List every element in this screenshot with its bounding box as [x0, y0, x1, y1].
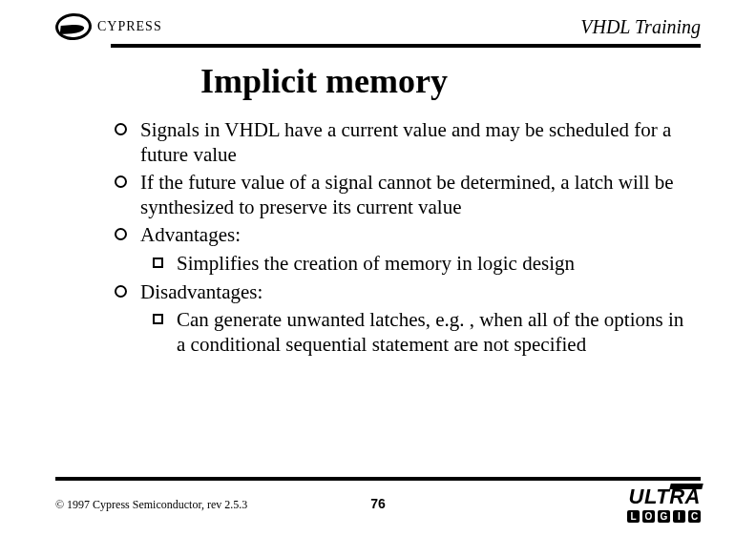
slide-title: Implicit memory	[200, 61, 756, 101]
header-title: VHDL Training	[580, 16, 701, 40]
bullet-text: If the future value of a signal cannot b…	[140, 171, 689, 219]
logic-letter: G	[658, 510, 670, 523]
bullet-text: Signals in VHDL have a current value and…	[140, 118, 689, 167]
sub-bullet-text: Simplifies the creation of memory in log…	[177, 252, 575, 277]
slide-header: CYPRESS VHDL Training	[0, 0, 756, 40]
bullet-circle-icon	[115, 285, 127, 298]
cypress-logo-icon	[54, 12, 93, 42]
bullet-item: If the future value of a signal cannot b…	[115, 171, 689, 219]
bullet-circle-icon	[115, 123, 127, 135]
logic-letter: O	[642, 510, 655, 523]
bullet-item: Disadvantages:	[115, 280, 689, 305]
copyright-text: © 1997 Cypress Semiconductor, rev 2.5.3	[55, 498, 247, 512]
cypress-logo: CYPRESS	[55, 13, 162, 40]
header-rule	[111, 44, 701, 48]
slide-footer: © 1997 Cypress Semiconductor, rev 2.5.3 …	[0, 477, 756, 523]
logic-letter: C	[688, 510, 701, 523]
logic-letter: L	[627, 510, 640, 523]
bullet-text: Disadvantages:	[140, 280, 262, 305]
ultra-word: ULTRA	[629, 486, 701, 507]
slide-content: Signals in VHDL have a current value and…	[115, 118, 689, 357]
bullet-item: Signals in VHDL have a current value and…	[115, 118, 689, 167]
sub-bullet-item: Simplifies the creation of memory in log…	[153, 252, 689, 277]
cypress-brand-text: CYPRESS	[97, 19, 162, 34]
ultra-logic-logo: ULTRA L O G I C	[627, 486, 701, 523]
logic-row: L O G I C	[627, 510, 701, 523]
bullet-item: Advantages:	[115, 223, 689, 248]
bullet-text: Advantages:	[140, 223, 241, 248]
ultra-bar-icon	[669, 484, 703, 489]
bullet-square-icon	[153, 258, 163, 268]
bullet-circle-icon	[115, 175, 127, 188]
bullet-circle-icon	[115, 228, 127, 240]
page-number: 76	[370, 496, 386, 511]
footer-rule	[55, 477, 701, 481]
bullet-square-icon	[153, 314, 163, 324]
sub-bullet-text: Can generate unwanted latches, e.g. , wh…	[177, 308, 689, 357]
logic-letter: I	[673, 510, 685, 523]
sub-bullet-item: Can generate unwanted latches, e.g. , wh…	[153, 308, 689, 357]
